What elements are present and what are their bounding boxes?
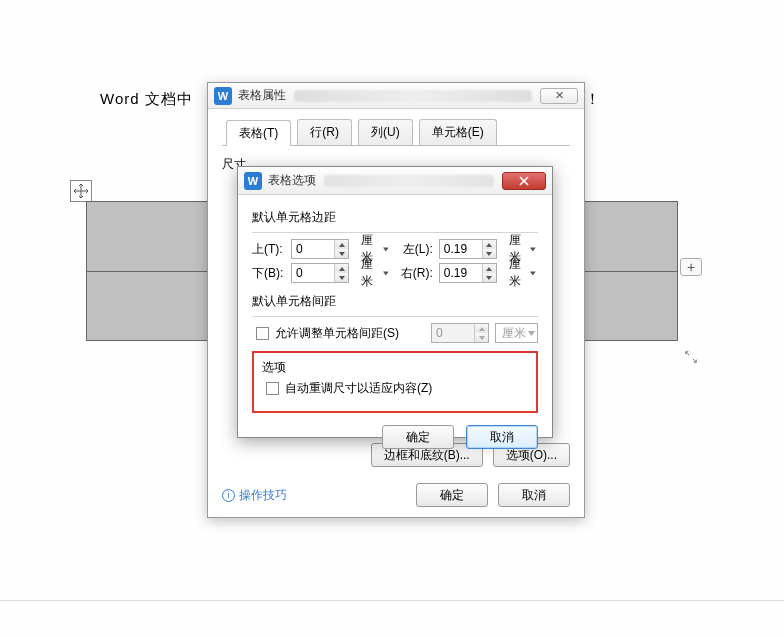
tab-strip: 表格(T) 行(R) 列(U) 单元格(E) — [222, 119, 570, 146]
tab-column[interactable]: 列(U) — [358, 119, 413, 145]
spacing-group-label: 默认单元格间距 — [252, 293, 538, 310]
step-up-icon[interactable] — [483, 264, 496, 273]
allow-spacing-checkbox[interactable] — [256, 327, 269, 340]
left-margin-input[interactable] — [439, 239, 497, 259]
stepper-buttons[interactable] — [334, 240, 348, 258]
dialog-titlebar[interactable]: W 表格选项 — [238, 167, 552, 195]
autofit-label: 自动重调尺寸以适应内容(Z) — [285, 380, 432, 397]
table-options-dialog: W 表格选项 默认单元格边距 上(T): 厘米 — [237, 166, 553, 438]
step-down-icon[interactable] — [335, 273, 348, 282]
left-margin-value[interactable] — [440, 240, 482, 258]
tab-table[interactable]: 表格(T) — [226, 120, 291, 146]
step-down-icon — [475, 333, 488, 342]
right-unit-dropdown[interactable]: 厘米 — [503, 263, 538, 283]
tips-link[interactable]: i 操作技巧 — [222, 487, 287, 504]
options-ok-button[interactable]: 确定 — [382, 425, 454, 449]
bottom-unit-dropdown[interactable]: 厘米 — [355, 263, 390, 283]
spacing-input — [431, 323, 489, 343]
resize-diagonal-icon[interactable] — [680, 350, 702, 364]
stepper-buttons[interactable] — [482, 240, 496, 258]
spacing-unit-dropdown: 厘米 — [495, 323, 538, 343]
wps-app-icon: W — [244, 172, 262, 190]
properties-cancel-button[interactable]: 取消 — [498, 483, 570, 507]
step-down-icon[interactable] — [483, 249, 496, 258]
tab-row[interactable]: 行(R) — [297, 119, 352, 145]
spacing-value — [432, 324, 474, 342]
tab-cell[interactable]: 单元格(E) — [419, 119, 497, 145]
wps-app-icon: W — [214, 87, 232, 105]
titlebar-blur — [294, 90, 532, 102]
dialog-title: 表格选项 — [268, 172, 316, 189]
bottom-margin-input[interactable] — [291, 263, 349, 283]
step-up-icon[interactable] — [483, 240, 496, 249]
divider — [252, 232, 538, 233]
options-cancel-button[interactable]: 取消 — [466, 425, 538, 449]
dialog-close-button[interactable]: ✕ — [540, 88, 578, 104]
stepper-buttons — [474, 324, 488, 342]
left-margin-label: 左(L): — [396, 241, 432, 258]
step-up-icon[interactable] — [335, 264, 348, 273]
margins-group-label: 默认单元格边距 — [252, 209, 538, 226]
doc-text-before: Word 文档中 — [100, 90, 193, 107]
top-margin-label: 上(T): — [252, 241, 285, 258]
info-icon: i — [222, 489, 235, 502]
dialog-titlebar[interactable]: W 表格属性 ✕ — [208, 83, 584, 109]
step-down-icon[interactable] — [335, 249, 348, 258]
page-footer-divider — [0, 600, 784, 601]
right-margin-label: 右(R): — [396, 265, 432, 282]
allow-spacing-label: 允许调整单元格间距(S) — [275, 325, 399, 342]
autofit-checkbox[interactable] — [266, 382, 279, 395]
add-column-button[interactable]: + — [680, 258, 702, 276]
right-margin-value[interactable] — [440, 264, 482, 282]
stepper-buttons[interactable] — [334, 264, 348, 282]
stepper-buttons[interactable] — [482, 264, 496, 282]
document-text: Word 文档中 位置了！ — [100, 90, 193, 109]
titlebar-blur — [324, 175, 494, 187]
step-down-icon[interactable] — [483, 273, 496, 282]
top-margin-input[interactable] — [291, 239, 349, 259]
properties-ok-button[interactable]: 确定 — [416, 483, 488, 507]
top-margin-value[interactable] — [292, 240, 334, 258]
step-up-icon — [475, 324, 488, 333]
dialog-title: 表格属性 — [238, 87, 286, 104]
options-group-label: 选项 — [262, 359, 528, 376]
divider — [252, 316, 538, 317]
right-margin-input[interactable] — [439, 263, 497, 283]
dialog-close-button[interactable] — [502, 172, 546, 190]
options-highlight: 选项 自动重调尺寸以适应内容(Z) — [252, 351, 538, 413]
bottom-margin-label: 下(B): — [252, 265, 285, 282]
step-up-icon[interactable] — [335, 240, 348, 249]
bottom-margin-value[interactable] — [292, 264, 334, 282]
table-move-handle-icon[interactable] — [70, 180, 92, 202]
